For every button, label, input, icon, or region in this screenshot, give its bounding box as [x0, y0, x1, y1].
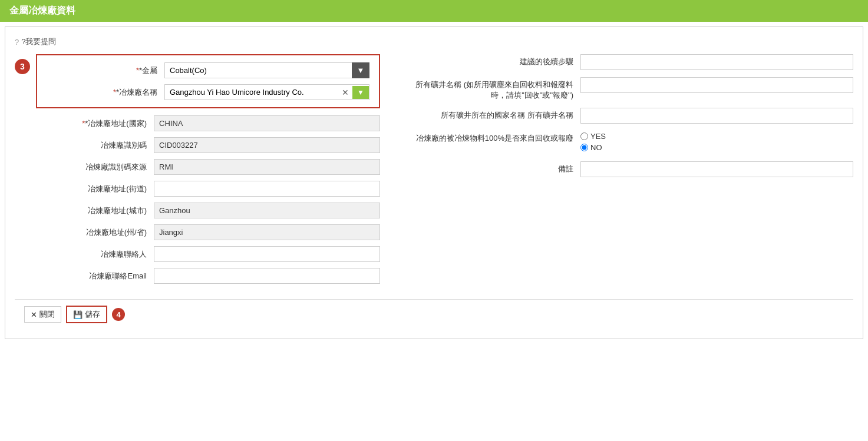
metal-field: Cobalt(Co) ▼: [164, 62, 369, 78]
mine-names-label: 所有礦井名稱 (如所用礦塵來自回收料和報廢料時，請填"回收"或"報廢"): [404, 77, 580, 101]
mine-countries-row: 所有礦井所在的國家名稱 所有礦井名稱: [404, 108, 853, 124]
mine-names-row: 所有礦井名稱 (如所用礦塵來自回收料和報廢料時，請填"回收"或"報廢"): [404, 77, 853, 101]
mine-countries-field: [580, 108, 853, 124]
mine-names-field: [580, 77, 853, 93]
country-field: [154, 115, 380, 131]
country-label: **冶煉廠地址(國家): [36, 118, 154, 129]
smelter-name-row: **冶煉廠名稱 ✕ ▼: [47, 84, 369, 100]
street-field: [154, 181, 380, 197]
country-input[interactable]: [154, 115, 380, 131]
id-source-label: 冶煉廠識別碼來源: [36, 162, 154, 173]
smelter-name-clear-btn[interactable]: ✕: [338, 87, 352, 98]
page-header: 金屬冶煉廠資料: [0, 0, 868, 22]
id-source-field: [154, 159, 380, 175]
close-label: 關閉: [39, 309, 55, 320]
outside-red-box-fields: **冶煉廠地址(國家) 冶煉廠識別碼: [36, 115, 380, 284]
street-row: 冶煉廠地址(街道): [36, 181, 380, 197]
next-steps-label: 建議的後續步驟: [404, 54, 580, 67]
save-button[interactable]: 💾 儲存: [66, 306, 107, 323]
metal-label: **金屬: [47, 65, 164, 76]
state-field: [154, 224, 380, 240]
smelter-name-label: **冶煉廠名稱: [47, 87, 164, 98]
radio-yes-label[interactable]: YES: [580, 132, 853, 141]
notes-field: [580, 161, 853, 177]
save-label: 儲存: [85, 309, 100, 320]
mine-names-input[interactable]: [580, 77, 853, 93]
street-input[interactable]: [154, 181, 380, 197]
page-content: ? ?我要提問 3 **金屬: [5, 26, 863, 339]
id-source-input[interactable]: [154, 159, 380, 175]
email-field: [154, 268, 380, 284]
email-row: 冶煉廠聯絡Email: [36, 268, 380, 284]
id-source-row: 冶煉廠識別碼來源: [36, 159, 380, 175]
email-label: 冶煉廠聯絡Email: [36, 271, 154, 281]
radio-no-label[interactable]: NO: [580, 143, 853, 152]
step3-badge: 3: [15, 59, 30, 74]
radio-group: YES NO: [580, 131, 853, 152]
left-section: 3 **金屬 Cobalt(Co): [15, 54, 380, 290]
save-icon: 💾: [73, 310, 82, 319]
metal-select[interactable]: Cobalt(Co): [164, 62, 369, 78]
mine-countries-label: 所有礦井所在的國家名稱 所有礦井名稱: [404, 108, 580, 121]
page-title: 金屬冶煉廠資料: [9, 5, 75, 15]
step3-area: 3 **金屬 Cobalt(Co): [15, 54, 380, 290]
state-row: 冶煉廠地址(州/省): [36, 224, 380, 240]
city-row: 冶煉廠地址(城市): [36, 203, 380, 218]
recycled-label: 冶煉廠的被冶煉物料100%是否來自回收或報廢: [404, 131, 580, 144]
smelter-id-label: 冶煉廠識別碼: [36, 140, 154, 151]
help-label: ?我要提問: [21, 37, 56, 47]
close-icon: ✕: [31, 310, 37, 319]
smelter-name-input[interactable]: [165, 85, 338, 100]
email-input[interactable]: [154, 268, 380, 284]
help-icon: ?: [15, 38, 19, 47]
street-label: 冶煉廠地址(街道): [36, 184, 154, 194]
step4-badge: 4: [112, 308, 125, 321]
city-input[interactable]: [154, 203, 380, 218]
city-label: 冶煉廠地址(城市): [36, 205, 154, 216]
smelter-name-dropdown-btn[interactable]: ▼: [352, 86, 369, 99]
smelter-id-row: 冶煉廠識別碼: [36, 137, 380, 153]
next-steps-input[interactable]: [580, 54, 853, 70]
smelter-name-field: ✕ ▼: [164, 84, 369, 100]
footer-bar: ✕ 關閉 💾 儲存 4: [15, 299, 853, 329]
next-steps-field: [580, 54, 853, 70]
red-border-box: **金屬 Cobalt(Co) ▼: [36, 54, 380, 108]
recycled-row: 冶煉廠的被冶煉物料100%是否來自回收或報廢 YES NO: [404, 131, 853, 152]
contact-label: 冶煉廠聯絡人: [36, 249, 154, 260]
main-layout: 3 **金屬 Cobalt(Co): [15, 54, 853, 290]
smelter-id-field: [154, 137, 380, 153]
smelter-id-input[interactable]: [154, 137, 380, 153]
contact-input[interactable]: [154, 246, 380, 262]
right-section: 建議的後續步驟 所有礦井名稱 (如所用礦塵來自回收料和報廢料時，請填"回收"或"…: [404, 54, 853, 290]
contact-field: [154, 246, 380, 262]
mine-countries-input[interactable]: [580, 108, 853, 124]
recycled-field: YES NO: [580, 131, 853, 152]
notes-input[interactable]: [580, 161, 853, 177]
radio-no[interactable]: [580, 144, 588, 151]
radio-yes[interactable]: [580, 132, 588, 140]
next-steps-row: 建議的後續步驟: [404, 54, 853, 70]
notes-label: 備註: [404, 161, 580, 174]
metal-row: **金屬 Cobalt(Co) ▼: [47, 62, 369, 78]
smelter-name-input-wrapper: ✕ ▼: [164, 84, 369, 100]
contact-row: 冶煉廠聯絡人: [36, 246, 380, 262]
help-section: ? ?我要提問: [15, 37, 853, 47]
country-row: **冶煉廠地址(國家): [36, 115, 380, 131]
close-button[interactable]: ✕ 關閉: [24, 306, 61, 323]
state-input[interactable]: [154, 224, 380, 240]
state-label: 冶煉廠地址(州/省): [36, 227, 154, 238]
notes-row: 備註: [404, 161, 853, 177]
city-field: [154, 203, 380, 218]
